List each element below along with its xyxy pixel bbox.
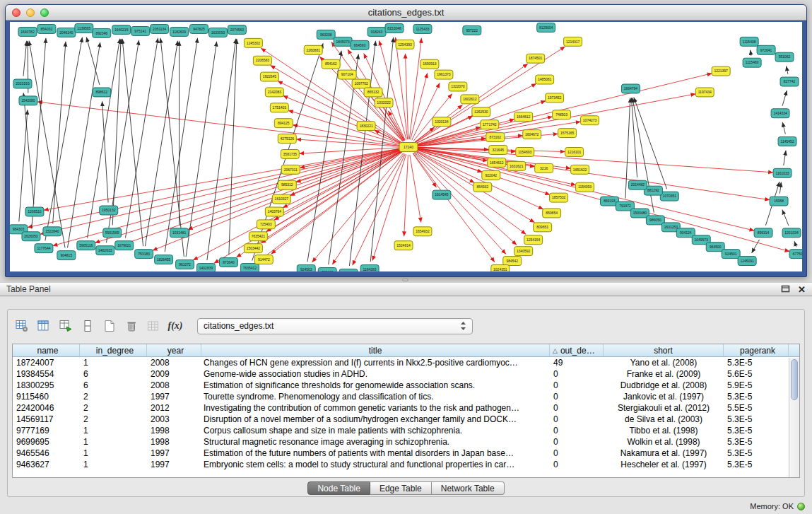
graph-node[interactable]: 1575165: [558, 129, 577, 138]
cell-pagerank[interactable]: 5.3E-5: [724, 436, 789, 448]
graph-node[interactable]: 1414334: [771, 109, 789, 118]
graph-node[interactable]: 854932: [473, 182, 492, 192]
graph-node[interactable]: 1139565: [75, 23, 93, 33]
cell-title[interactable]: Tourette syndrome. Phenomenology and cla…: [201, 391, 550, 402]
graph-node[interactable]: 1201034: [782, 228, 801, 238]
graph-node[interactable]: 924501: [722, 250, 740, 259]
graph-node[interactable]: 957222: [463, 25, 481, 35]
column-header-name[interactable]: name: [13, 344, 80, 356]
table-row[interactable]: 946554611997Estimation of the future num…: [13, 448, 799, 459]
graph-node[interactable]: 2067311: [281, 165, 300, 174]
graph-node[interactable]: 1950132: [100, 206, 118, 215]
cell-short[interactable]: Wolkin et al. (1998): [604, 436, 724, 448]
cell-title[interactable]: Changes of HCN gene expression and I(f) …: [201, 357, 550, 368]
cell-in_degree[interactable]: 2: [80, 402, 147, 414]
cell-title[interactable]: Estimation of significance thresholds fo…: [201, 380, 550, 391]
close-panel-icon[interactable]: ✕: [798, 284, 806, 295]
cell-in_degree[interactable]: 1: [80, 425, 147, 436]
graph-node[interactable]: 3216: [535, 163, 553, 173]
graph-node[interactable]: 1845073: [334, 37, 352, 46]
graph-node[interactable]: 664590: [351, 40, 369, 49]
cell-name[interactable]: 22420046: [13, 402, 80, 414]
graph-node[interactable]: 1031481: [170, 228, 189, 238]
graph-node[interactable]: 1245091: [738, 257, 756, 266]
graph-node[interactable]: 1631621: [507, 161, 526, 170]
graph-node[interactable]: 1542080: [19, 96, 37, 105]
cell-out_degree[interactable]: 0: [550, 380, 604, 391]
cell-year[interactable]: 1998: [147, 425, 201, 436]
graph-node[interactable]: 17240: [399, 143, 418, 152]
column-header-year[interactable]: year: [147, 344, 201, 356]
cell-in_degree[interactable]: 1: [80, 459, 147, 470]
close-button[interactable]: [12, 8, 20, 17]
graph-node[interactable]: 1154093: [576, 182, 594, 192]
float-panel-icon[interactable]: [781, 284, 790, 295]
graph-node[interactable]: 1602612: [461, 95, 479, 104]
table-scrollbar[interactable]: [789, 358, 799, 477]
cell-pagerank[interactable]: 5.3E-5: [724, 357, 789, 368]
graph-node[interactable]: 15958: [770, 197, 788, 206]
tab-edge-table[interactable]: Edge Table: [370, 481, 432, 495]
cell-short[interactable]: Franke et al. (2009): [604, 368, 724, 380]
cell-pagerank[interactable]: 5.3E-5: [724, 391, 789, 402]
graph-node[interactable]: 972641: [757, 45, 775, 54]
cell-short[interactable]: Dudbridge et al. (2008): [604, 380, 724, 391]
graph-node[interactable]: 748503: [553, 110, 571, 119]
graph-node[interactable]: 856314: [754, 228, 772, 238]
graph-node[interactable]: 1961373: [435, 70, 453, 79]
table-row[interactable]: 1830029562008Estimation of significance …: [13, 380, 799, 391]
graph-node[interactable]: 1320134: [433, 117, 451, 127]
graph-node[interactable]: 963208: [317, 30, 335, 39]
cell-year[interactable]: 2009: [147, 368, 201, 380]
graph-node[interactable]: 865132: [364, 88, 382, 97]
cell-year[interactable]: 1998: [147, 436, 201, 448]
graph-node[interactable]: 1654612: [488, 158, 506, 167]
cell-out_degree[interactable]: 0: [550, 436, 604, 448]
graph-node[interactable]: 894125: [274, 119, 293, 128]
select-all-columns-button[interactable]: [57, 317, 74, 334]
graph-node[interactable]: 1651622: [571, 165, 589, 174]
graph-node[interactable]: 1604672: [523, 130, 541, 139]
cell-in_degree[interactable]: 1: [80, 448, 147, 459]
cell-pagerank[interactable]: 5.3E-5: [724, 459, 789, 470]
cell-year[interactable]: 2003: [147, 414, 201, 425]
graph-node[interactable]: 2206583: [253, 56, 271, 65]
cell-name[interactable]: 9115460: [13, 391, 80, 402]
graph-node[interactable]: 947825: [190, 24, 208, 33]
show-columns-button[interactable]: [35, 317, 52, 334]
graph-node[interactable]: 809651: [534, 223, 552, 232]
graph-node[interactable]: 1664612: [514, 112, 533, 122]
cell-name[interactable]: 9465546: [13, 448, 80, 459]
graph-node[interactable]: 7635421: [249, 232, 267, 241]
graph-node[interactable]: 1254393: [396, 40, 414, 49]
graph-node[interactable]: 3581735: [281, 149, 299, 158]
graph-node[interactable]: 1633093: [208, 28, 227, 37]
graph-node[interactable]: 1340592: [514, 247, 533, 256]
table-settings-button[interactable]: [13, 317, 30, 334]
cell-pagerank[interactable]: 5.6E-5: [724, 368, 789, 380]
table-row[interactable]: 1938455462009Genome-wide association stu…: [13, 368, 799, 380]
cell-short[interactable]: Tibbo et al. (1998): [604, 425, 724, 436]
column-header-in-degree[interactable]: in_degree: [80, 344, 147, 356]
graph-node[interactable]: 1221397: [712, 66, 730, 76]
delete-column-button[interactable]: [123, 317, 140, 334]
graph-node[interactable]: 1074273: [581, 116, 599, 125]
cell-year[interactable]: 1997: [147, 459, 201, 470]
cell-short[interactable]: Jankovic et al. (1997): [604, 391, 724, 402]
cell-in_degree[interactable]: 6: [80, 380, 147, 391]
graph-node[interactable]: 321645: [489, 146, 507, 155]
cell-pagerank[interactable]: 5.5E-5: [724, 402, 789, 414]
graph-node[interactable]: 1482633: [96, 246, 114, 255]
cell-in_degree[interactable]: 1: [80, 436, 147, 448]
graph-node[interactable]: 1145452: [778, 137, 796, 146]
graph-node[interactable]: 975141: [131, 26, 150, 35]
graph-node[interactable]: 1214317: [564, 37, 582, 46]
graph-node[interactable]: 2051134: [151, 24, 169, 33]
graph-node[interactable]: 850854: [543, 209, 561, 218]
cell-name[interactable]: 9777169: [13, 425, 80, 436]
graph-node[interactable]: 1690913: [420, 59, 439, 69]
graph-node[interactable]: 985312: [278, 180, 296, 189]
cell-pagerank[interactable]: 5.9E-5: [724, 380, 789, 391]
graph-node[interactable]: 951062: [775, 52, 794, 62]
graph-node[interactable]: 1679021: [115, 241, 134, 250]
